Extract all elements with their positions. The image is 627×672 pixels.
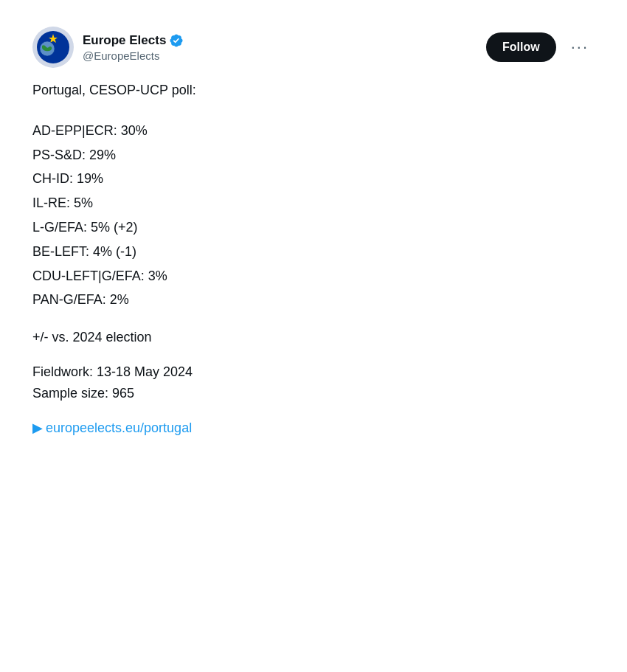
username: @EuropeElects	[83, 49, 184, 62]
blank-spacer-1	[32, 101, 595, 114]
tweet-container: Europe Elects @EuropeElects Follow ··· P…	[18, 15, 609, 450]
link-line: ▶europeelects.eu/portugal	[32, 418, 595, 439]
blank-spacer-3	[32, 348, 595, 361]
poll-results: AD-EPP|ECR: 30% PS-S&D: 29% CH-ID: 19% I…	[32, 120, 595, 311]
display-name-row: Europe Elects	[83, 32, 184, 49]
blank-spacer-2	[32, 314, 595, 327]
external-link[interactable]: europeelects.eu/portugal	[46, 420, 192, 435]
sample-size-text: Sample size: 965	[32, 383, 595, 404]
more-options-button[interactable]: ···	[565, 35, 595, 60]
link-arrow-icon: ▶	[32, 420, 43, 435]
poll-line-6: BE-LEFT: 4% (-1)	[32, 241, 595, 263]
verified-icon	[169, 33, 184, 48]
poll-line-4: IL-RE: 5%	[32, 193, 595, 214]
poll-line-2: PS-S&D: 29%	[32, 145, 595, 166]
tweet-content: Portugal, CESOP-UCP poll: AD-EPP|ECR: 30…	[32, 80, 595, 438]
comparison-note: +/- vs. 2024 election	[32, 327, 595, 348]
tweet-header: Europe Elects @EuropeElects Follow ···	[32, 27, 595, 68]
poll-line-3: CH-ID: 19%	[32, 168, 595, 190]
avatar[interactable]	[32, 27, 74, 68]
poll-line-1: AD-EPP|ECR: 30%	[32, 120, 595, 142]
account-info: Europe Elects @EuropeElects	[83, 32, 184, 62]
fieldwork-text: Fieldwork: 13-18 May 2024	[32, 361, 595, 383]
tweet-intro: Portugal, CESOP-UCP poll:	[32, 80, 595, 101]
poll-line-5: L-G/EFA: 5% (+2)	[32, 217, 595, 238]
poll-line-8: PAN-G/EFA: 2%	[32, 289, 595, 311]
blank-spacer-4	[32, 404, 595, 418]
poll-line-7: CDU-LEFT|G/EFA: 3%	[32, 266, 595, 287]
follow-button[interactable]: Follow	[486, 32, 556, 61]
display-name-text: Europe Elects	[83, 32, 166, 49]
header-left: Europe Elects @EuropeElects	[32, 27, 184, 68]
header-right: Follow ···	[486, 32, 595, 61]
